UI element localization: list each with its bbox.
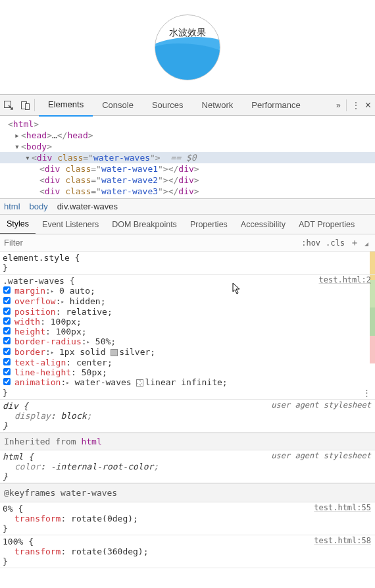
rule-kf-0[interactable]: test.html:55 0% { transform: rotate(0deg… — [0, 502, 375, 535]
tabs-overflow-icon[interactable]: » — [336, 101, 341, 110]
breadcrumb: html body div.water-waves — [0, 198, 375, 215]
expand-tri-icon[interactable]: ▸ — [87, 337, 90, 347]
sub-tab-event-listeners[interactable]: Event Listeners — [36, 215, 105, 234]
styles-filter-input[interactable] — [0, 235, 301, 250]
color-swatch[interactable] — [136, 379, 143, 387]
expand-tri-icon[interactable]: ▸ — [51, 286, 54, 296]
page-preview: 水波效果 — [0, 0, 375, 94]
css-declaration[interactable]: position: relative; — [3, 307, 372, 317]
sub-tab-dom-breakpoints[interactable]: DOM Breakpoints — [105, 215, 184, 234]
css-declaration[interactable]: line-height: 50px; — [3, 367, 372, 377]
collapse-icon: ▾ — [24, 152, 32, 163]
breadcrumb-body[interactable]: body — [30, 201, 48, 211]
panel-tabs: Elements Console Sources Network Perform… — [35, 95, 332, 115]
ua-label: user agent stylesheet — [271, 451, 371, 461]
styles-pane[interactable]: element.style { } test.html:2 .water-wav… — [0, 252, 375, 588]
sub-tab-accessibility[interactable]: Accessibility — [234, 215, 292, 234]
rule-kebab-icon[interactable]: ⋮ — [362, 388, 371, 398]
sub-tab-styles[interactable]: Styles — [0, 215, 36, 234]
css-declaration[interactable]: margin:▸ 0 auto; — [3, 286, 372, 296]
css-declaration[interactable]: overflow:▸ hidden; — [3, 296, 372, 307]
css-declaration[interactable]: width: 100px; — [3, 317, 372, 327]
sub-tab-properties[interactable]: Properties — [184, 215, 234, 234]
inherited-header: Inherited from html — [0, 433, 375, 450]
toggle-checkbox[interactable] — [3, 286, 11, 294]
dom-node-water-waves[interactable]: ⋯ ▾ <div class="water-waves"> == $0 — [0, 152, 375, 163]
ua-label: user agent stylesheet — [271, 400, 371, 410]
toggle-checkbox[interactable] — [3, 358, 11, 365]
svg-rect-2 — [26, 103, 30, 109]
device-toolbar-icon[interactable] — [17, 95, 34, 115]
tab-console[interactable]: Console — [93, 94, 143, 116]
rule-element-style[interactable]: element.style { } — [0, 252, 375, 275]
keyframes-header: @keyframes water-waves — [0, 483, 375, 502]
new-style-rule-icon[interactable]: ＋ — [350, 237, 359, 249]
toolbar-right: » ⋮ × — [332, 95, 375, 115]
css-declaration[interactable]: height: 100px; — [3, 327, 372, 336]
water-waves-demo: 水波效果 — [155, 14, 220, 80]
css-declaration[interactable]: text-align: center; — [3, 358, 372, 367]
css-declaration[interactable]: border-radius:▸ 50%; — [3, 336, 372, 347]
toggle-checkbox[interactable] — [3, 307, 11, 315]
hov-toggle[interactable]: :hov — [301, 238, 320, 248]
tab-sources[interactable]: Sources — [143, 94, 193, 116]
toggle-checkbox[interactable] — [3, 327, 11, 334]
rule-html-ua[interactable]: user agent stylesheet html { color: -int… — [0, 450, 375, 483]
collapse-icon: ▾ — [13, 141, 21, 152]
separator — [346, 99, 347, 111]
kebab-menu-icon[interactable]: ⋮ — [352, 101, 360, 110]
css-declaration[interactable]: animation:▸ water-waves linear infinite; — [3, 377, 372, 388]
rule-water-waves[interactable]: test.html:2 .water-waves { margin:▸ 0 au… — [0, 275, 375, 400]
dom-node-water-wave3[interactable]: <div class="water-wave3"></div> — [0, 186, 375, 197]
dom-node-html[interactable]: <html> — [0, 119, 375, 130]
tab-elements[interactable]: Elements — [39, 94, 93, 117]
source-link[interactable]: test.html:58 — [314, 536, 371, 546]
toggle-checkbox[interactable] — [3, 317, 11, 325]
source-link[interactable]: test.html:2 — [319, 275, 371, 285]
expand-icon: ▸ — [13, 130, 21, 141]
dom-node-body[interactable]: ▾ <body> — [0, 141, 375, 152]
expand-tri-icon[interactable]: ▸ — [51, 348, 54, 358]
source-link[interactable]: test.html:55 — [314, 503, 371, 513]
dom-tree[interactable]: <html> ▸ <head>…</head> ▾ <body> ⋯ ▾ <di… — [0, 116, 375, 198]
toggle-checkbox[interactable] — [3, 348, 11, 355]
toggle-checkbox[interactable] — [3, 378, 11, 385]
expand-tri-icon[interactable]: ▸ — [61, 297, 64, 307]
toggle-checkbox[interactable] — [3, 297, 11, 304]
css-declaration[interactable]: border:▸ 1px solid silver; — [3, 347, 372, 358]
tab-network[interactable]: Network — [193, 94, 243, 116]
dom-node-head[interactable]: ▸ <head>…</head> — [0, 130, 375, 141]
cls-toggle[interactable]: .cls — [326, 238, 345, 248]
rule-div-ua[interactable]: user agent stylesheet div { display: blo… — [0, 400, 375, 433]
breadcrumb-html[interactable]: html — [4, 201, 20, 211]
toggle-checkbox[interactable] — [3, 337, 11, 344]
expand-tri-icon[interactable]: ▸ — [66, 378, 69, 388]
tab-performance[interactable]: Performance — [242, 94, 309, 116]
inspect-element-icon[interactable] — [0, 95, 17, 115]
rule-kf-100[interactable]: test.html:58 100% { transform: rotate(36… — [0, 535, 375, 568]
dom-node-water-wave2[interactable]: <div class="water-wave2"></div> — [0, 174, 375, 186]
styles-filter-row: :hov .cls ＋ — [0, 234, 375, 252]
devtools-toolbar: Elements Console Sources Network Perform… — [0, 94, 375, 116]
water-wave-shape-2 — [155, 43, 220, 80]
dom-node-water-wave1[interactable]: <div class="water-wave1"></div> — [0, 163, 375, 174]
sub-tab-adt-properties[interactable]: ADT Properties — [292, 215, 361, 234]
breadcrumb-current: div.water-waves — [57, 201, 118, 211]
styles-sub-tabs: Styles Event Listeners DOM Breakpoints P… — [0, 215, 375, 234]
toggle-checkbox[interactable] — [3, 368, 11, 375]
expand-corner-icon[interactable] — [364, 240, 368, 246]
close-devtools-icon[interactable]: × — [365, 99, 371, 111]
color-swatch[interactable] — [111, 349, 118, 356]
